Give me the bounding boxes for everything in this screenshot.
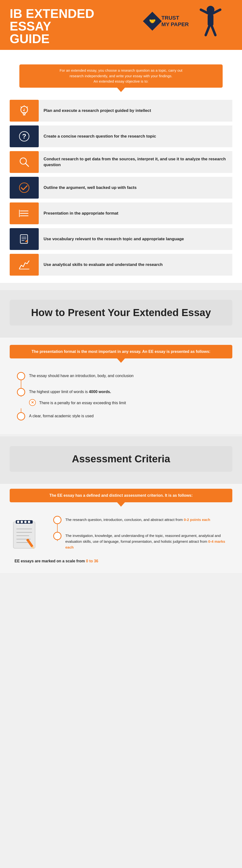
assessment-banner: The EE essay has a defined and distinct … <box>10 489 232 502</box>
checkmark-icon <box>18 181 31 194</box>
assessment-circle-2 <box>53 532 62 540</box>
notepad-icon <box>10 517 39 553</box>
svg-point-28 <box>17 521 20 523</box>
main-section: For an extended essay, you choose a rese… <box>0 50 242 283</box>
svg-rect-3 <box>208 14 213 26</box>
svg-text:?: ? <box>22 132 26 140</box>
list-format-icon <box>18 207 31 220</box>
present-title: How to Present Your Extended Essay <box>20 307 222 319</box>
objective-item-3: Conduct research to get data from the so… <box>10 151 232 173</box>
circle-icon-1 <box>17 372 25 380</box>
present-sub-text: There is a penalty for an essay exceedin… <box>39 399 126 406</box>
svg-point-30 <box>24 521 27 523</box>
svg-line-16 <box>25 163 29 166</box>
obj-icon-box-1 <box>10 100 39 122</box>
person-figure <box>199 5 222 36</box>
present-banner: The presentation format is the most impo… <box>10 345 232 359</box>
assessment-divider: Assessment Criteria <box>0 436 242 484</box>
objective-text-3: Conduct research to get data from the so… <box>39 151 232 173</box>
brand-diamond-icon: 🤝 <box>143 12 162 31</box>
svg-line-9 <box>27 107 28 107</box>
objective-item-2: ? Create a concise research question for… <box>10 125 232 147</box>
present-list: The essay should have an introduction, b… <box>10 368 232 424</box>
obj-icon-box-7 <box>10 254 39 276</box>
obj-icon-box-4 <box>10 177 39 198</box>
present-divider: How to Present Your Extended Essay <box>0 290 242 338</box>
svg-point-29 <box>21 521 23 523</box>
svg-line-4 <box>206 25 210 35</box>
present-item-3: A clear, formal academic style is used <box>14 408 232 424</box>
svg-point-31 <box>28 521 30 523</box>
obj-icon-box-6 <box>10 228 39 250</box>
analytics-icon <box>18 258 31 271</box>
svg-line-5 <box>211 25 215 35</box>
search-icon <box>18 156 31 168</box>
objective-text-1: Plan and execute a research project guid… <box>39 100 232 122</box>
present-item-1: The essay should have an introduction, b… <box>14 368 232 384</box>
present-section: The presentation format is the most impo… <box>0 338 242 434</box>
x-circle-icon: ✕ <box>29 399 36 406</box>
objective-text-2: Create a concise research question for t… <box>39 125 232 147</box>
objectives-list: Plan and execute a research project guid… <box>10 100 232 276</box>
question-icon: ? <box>18 130 31 143</box>
circle-icon-3 <box>17 412 25 421</box>
header: IB Extended Essay Guide 🤝 TRUSTMY PAPER <box>0 0 242 50</box>
assessment-title-card: Assessment Criteria <box>10 446 232 472</box>
objective-text-7: Use analytical skills to evaluate and un… <box>39 254 232 276</box>
objective-item-7: Use analytical skills to evaluate and un… <box>10 254 232 276</box>
assessment-footer: EE essays are marked on a scale from 0 t… <box>10 559 232 563</box>
present-text-3: A clear, formal academic style is used <box>29 412 94 419</box>
assessment-list: The research question, introduction, con… <box>46 512 232 554</box>
objective-item-6: Use vocabulary relevant to the research … <box>10 228 232 250</box>
assessment-text-1: The research question, introduction, con… <box>65 516 210 523</box>
present-item-2: The highest upper limit of words is 4000… <box>14 384 232 397</box>
objective-text-4: Outline the argument, well backed up wit… <box>39 177 232 198</box>
present-sub-item: ✕ There is a penalty for an essay exceed… <box>14 397 232 408</box>
brand-name: TRUSTMY PAPER <box>162 15 189 28</box>
svg-line-10 <box>21 107 21 107</box>
assessment-section: The EE essay has a defined and distinct … <box>0 484 242 573</box>
present-title-card: How to Present Your Extended Essay <box>10 300 232 326</box>
notepad-figure <box>10 517 39 554</box>
present-text-2: The highest upper limit of words is 4000… <box>29 388 111 395</box>
objective-item-1: Plan and execute a research project guid… <box>10 100 232 122</box>
brand-logo: 🤝 TRUSTMY PAPER <box>146 14 189 28</box>
objective-item-4: Outline the argument, well backed up wit… <box>10 177 232 198</box>
present-text-1: The essay should have an introduction, b… <box>29 372 134 379</box>
document-edit-icon <box>18 233 31 245</box>
assessment-text-2: The investigation, knowledge, and unders… <box>65 532 230 550</box>
assessment-item-1: The research question, introduction, con… <box>51 512 232 528</box>
objective-text-6: Use vocabulary relevant to the research … <box>39 228 232 250</box>
assessment-item-2: The investigation, knowledge, and unders… <box>51 528 232 554</box>
assessment-circle-1 <box>53 516 62 524</box>
lightbulb-icon <box>18 104 31 117</box>
obj-icon-box-2: ? <box>10 125 39 147</box>
intro-banner: For an extended essay, you choose a rese… <box>20 64 222 88</box>
objective-item-5: Presentation in the appropriate format <box>10 203 232 224</box>
obj-icon-box-3 <box>10 151 39 173</box>
circle-icon-2 <box>17 388 25 396</box>
obj-icon-box-5 <box>10 203 39 224</box>
objective-text-5: Presentation in the appropriate format <box>39 203 232 224</box>
assessment-title: Assessment Criteria <box>20 453 222 465</box>
intro-text: For an extended essay, you choose a rese… <box>60 68 182 83</box>
